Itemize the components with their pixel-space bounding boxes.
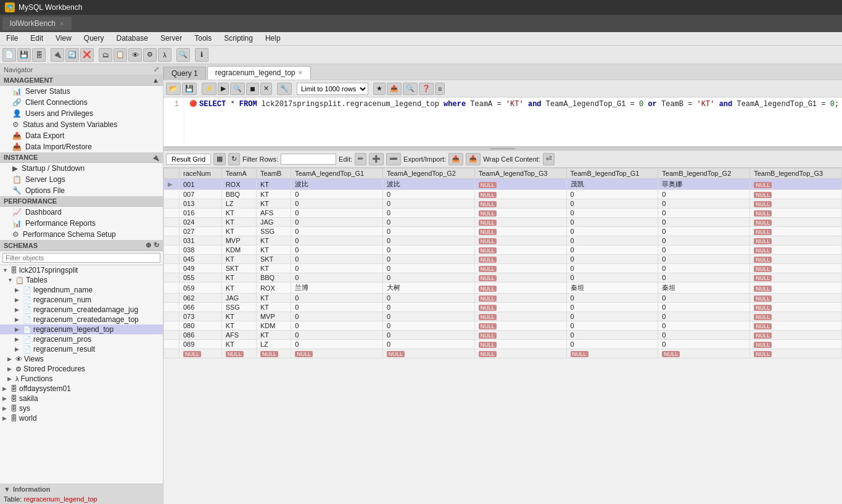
table-result[interactable]: ▶ 📄 regracenum_result (0, 344, 163, 354)
nav-performance-reports[interactable]: 📊 Performance Reports (0, 218, 163, 229)
schema-functions[interactable]: ▶ λ Functions (0, 374, 163, 384)
schemas-add-icon[interactable]: ⊕ (146, 241, 151, 249)
q-cancel-btn[interactable]: ✕ (260, 83, 272, 95)
tb-reconnect-btn[interactable]: 🔄 (65, 48, 79, 62)
nav-options-file[interactable]: 🔧 Options File (0, 185, 163, 196)
th-a-g2[interactable]: TeamA_legendTop_G2 (382, 168, 474, 179)
table-row[interactable]: 024 KT JAG 0 0 NULL 0 0 NULL (164, 218, 842, 227)
del-row-btn[interactable]: ➖ (386, 153, 401, 165)
filter-rows-input[interactable] (281, 154, 336, 165)
export-btn[interactable]: 📤 (448, 153, 463, 165)
q-explain-btn[interactable]: 🔍 (230, 83, 245, 95)
nav-status-vars[interactable]: ⚙ Status and System Variables (0, 119, 163, 130)
table-row[interactable]: 055 KT BBQ 0 0 NULL 0 0 NULL (164, 273, 842, 283)
wb-tab-close[interactable]: ✕ (59, 20, 64, 27)
table-row[interactable]: 013 LZ KT 0 0 NULL 0 0 NULL (164, 199, 842, 209)
q-export-btn[interactable]: 📤 (387, 83, 402, 95)
menu-scripting[interactable]: Scripting (218, 32, 259, 45)
nav-server-logs[interactable]: 📋 Server Logs (0, 174, 163, 185)
table-regracenum-num[interactable]: ▶ 📄 regracenum_num (0, 295, 163, 305)
th-b-g2[interactable]: TeamB_legendTop_G2 (658, 168, 750, 179)
tb-func-btn[interactable]: λ (158, 48, 171, 62)
tb-search-btn[interactable]: 🔍 (176, 48, 190, 62)
table-row[interactable]: 038 KDM KT 0 0 NULL 0 0 NULL (164, 246, 842, 255)
edit-row-btn[interactable]: ✏ (355, 153, 366, 165)
menu-query[interactable]: Query (78, 32, 110, 45)
tb-new-btn[interactable]: 📄 (2, 48, 16, 62)
tb-view-btn[interactable]: 👁 (128, 48, 142, 62)
nav-client-connections[interactable]: 🔗 Client Connections (0, 97, 163, 108)
query-tab-legend-top-close[interactable]: ✕ (298, 70, 303, 76)
nav-expand-icon[interactable]: ⤢ (154, 65, 159, 73)
table-row[interactable]: 062 JAG KT 0 0 NULL 0 0 NULL (164, 294, 842, 303)
table-legend-top[interactable]: ▶ 📄 regracenum_legend_top (0, 324, 163, 334)
table-row[interactable]: 045 KT SKT 0 0 NULL 0 0 NULL (164, 255, 842, 264)
q-bookmark-btn[interactable]: ★ (373, 83, 386, 95)
th-teamB[interactable]: TeamB (256, 168, 291, 179)
tb-save-btn[interactable]: 💾 (17, 48, 31, 62)
q-run-selection-btn[interactable]: ▶ (218, 83, 229, 95)
menu-file[interactable]: File (0, 32, 24, 45)
menu-tools[interactable]: Tools (188, 32, 218, 45)
table-legendnum-name[interactable]: ▶ 📄 legendnum_name (0, 285, 163, 295)
wb-tab-lolworkbench[interactable]: lolWorkBench ✕ (2, 17, 72, 30)
tb-table-btn[interactable]: 📋 (114, 48, 127, 62)
menu-edit[interactable]: Edit (24, 32, 49, 45)
schema-stored-procs[interactable]: ▶ ⚙ Stored Procedures (0, 364, 163, 374)
table-createdamage-top[interactable]: ▶ 📄 regracenum_createdamage_top (0, 315, 163, 324)
schema-sakila[interactable]: ▶ 🗄 sakila (0, 394, 163, 403)
info-table-link[interactable]: regracenum_legend_top (23, 495, 97, 503)
q-stop-btn[interactable]: ⏹ (246, 83, 259, 95)
tb-inspector-btn[interactable]: ℹ (195, 48, 208, 62)
wrap-cell-btn[interactable]: ⏎ (543, 153, 555, 165)
tb-saveas-btn[interactable]: 🗄 (32, 48, 46, 62)
table-row[interactable]: 007 BBQ KT 0 0 NULL 0 0 NULL (164, 190, 842, 199)
th-b-g1[interactable]: TeamB_legendTop_G1 (566, 168, 658, 179)
query-tab-query1[interactable]: Query 1 (163, 67, 206, 80)
schema-filter-input[interactable] (2, 253, 160, 263)
table-createdamage-jug[interactable]: ▶ 📄 regracenum_createdamage_jug (0, 305, 163, 315)
menu-help[interactable]: Help (259, 32, 287, 45)
th-a-g1[interactable]: TeamA_legendTop_G1 (291, 168, 383, 179)
table-row[interactable]: 080 KT KDM 0 0 NULL 0 0 NULL (164, 321, 842, 331)
q-save-btn[interactable]: 💾 (182, 83, 197, 95)
q-help-btn[interactable]: ❓ (419, 83, 434, 95)
table-row[interactable]: 031 MVP KT 0 0 NULL 0 0 NULL (164, 236, 842, 246)
menu-view[interactable]: View (49, 32, 78, 45)
table-row[interactable]: ▶ 001 ROX KT 波比 波比 NULL 茂凯 菲奥娜 NULL (164, 179, 842, 190)
th-raceNum[interactable]: raceNum (180, 168, 222, 179)
table-row[interactable]: 073 KT MVP 0 0 NULL 0 0 NULL (164, 312, 842, 321)
schema-sys[interactable]: ▶ 🗄 sys (0, 403, 163, 413)
table-row[interactable]: 016 KT AFS 0 0 NULL 0 0 NULL (164, 209, 842, 218)
tb-connect-btn[interactable]: 🔌 (51, 48, 64, 62)
th-b-g3[interactable]: TeamB_legendTop_G3 (750, 168, 842, 179)
th-a-g3[interactable]: TeamA_legendTop_G3 (474, 168, 566, 179)
q-run-btn[interactable]: ⚡ (202, 83, 217, 95)
import-btn[interactable]: 📥 (466, 153, 481, 165)
tb-schema-btn[interactable]: 🗂 (99, 48, 112, 62)
th-teamA[interactable]: TeamA (221, 168, 256, 179)
add-row-btn[interactable]: ➕ (369, 153, 384, 165)
result-refresh-btn[interactable]: ↻ (228, 153, 240, 165)
info-arrow[interactable]: ▼ (4, 485, 10, 493)
management-expand-icon[interactable]: ▲ (152, 76, 159, 84)
sql-content[interactable]: 🔴 SELECT * FROM lck2017springsplit.regra… (184, 100, 840, 144)
schema-lck2017[interactable]: ▼ 🗄 lck2017springsplit (0, 265, 163, 275)
menu-server[interactable]: Server (154, 32, 188, 45)
table-row[interactable]: 059 KT ROX 兰博 大树 NULL 秦坦 秦坦 NULL (164, 283, 842, 294)
limit-rows-select[interactable]: Limit to 1000 rows Limit to 200 rows Lim… (297, 83, 368, 95)
table-row[interactable]: 086 AFS KT 0 0 NULL 0 0 NULL (164, 331, 842, 340)
nav-data-import[interactable]: 📥 Data Import/Restore (0, 141, 163, 152)
q-options-btn[interactable]: ≡ (435, 83, 445, 95)
nav-data-export[interactable]: 📤 Data Export (0, 130, 163, 141)
schemas-refresh-icon[interactable]: ↻ (154, 241, 159, 249)
tb-proc-btn[interactable]: ⚙ (143, 48, 157, 62)
schema-offdaysystem01[interactable]: ▶ 🗄 offdaysystem01 (0, 384, 163, 394)
nav-startup-shutdown[interactable]: ▶ Startup / Shutdown (0, 163, 163, 174)
result-format-btn[interactable]: ▦ (213, 153, 226, 165)
schema-tables-group[interactable]: ▼ 📋 Tables (0, 275, 163, 285)
menu-database[interactable]: Database (110, 32, 154, 45)
result-grid-btn[interactable]: Result Grid (166, 154, 211, 165)
table-row[interactable]: 089 KT LZ 0 0 NULL 0 0 NULL (164, 340, 842, 349)
data-table-wrapper[interactable]: raceNum TeamA TeamB TeamA_legendTop_G1 T… (163, 168, 842, 504)
